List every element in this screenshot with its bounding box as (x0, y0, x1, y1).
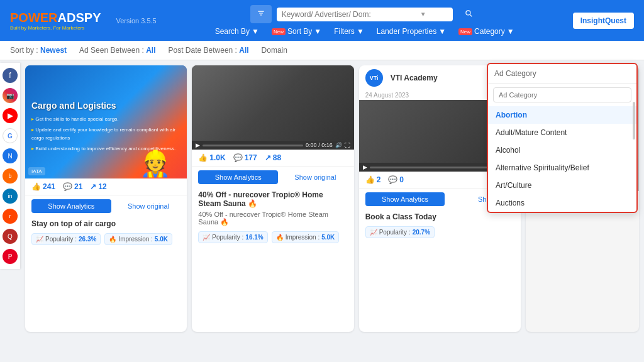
thumbs-up-icon: 👍 (365, 175, 375, 184)
sort-label: Sort by : Newest (10, 46, 67, 55)
logo-tagline: Built by Marketers, For Marketers (10, 25, 101, 31)
sub-header: Sort by : Newest Ad Seen Between : All P… (0, 41, 644, 60)
sidebar-icon-native[interactable]: N (3, 148, 18, 163)
cargo-actions: Show Analytics Show original (25, 195, 187, 217)
vti-likes: 👍 2 (365, 175, 381, 184)
logo: POWERADSPY (10, 11, 101, 25)
card-image-cargo: Cargo and Logistics Get the skills to ha… (25, 65, 187, 178)
sidebar-icon-instagram[interactable]: 📷 (3, 88, 18, 103)
cargo-analytics-button[interactable]: Show Analytics (31, 199, 111, 213)
fire-icon: 🔥 (109, 236, 116, 243)
nav-search-by[interactable]: Search By ▼ (215, 27, 259, 36)
search-button[interactable] (458, 5, 479, 23)
vti-comments: 💬 0 (388, 175, 404, 184)
sauna-popularity-pill: 📈 Popularity : 16.1% (198, 231, 267, 243)
worker-silhouette: 👷 (136, 103, 174, 178)
thumbs-up-icon: 👍 (31, 182, 41, 191)
nav-sort-by[interactable]: New Sort By ▼ (272, 27, 321, 36)
comment-icon: 💬 (63, 182, 72, 191)
sauna-shares: ↗ 88 (265, 153, 281, 162)
cargo-metrics: 📈 Popularity : 26.3% 🔥 Impression : 5.0K (25, 231, 187, 248)
sidebar-icon-bing[interactable]: b (3, 168, 18, 184)
search-bar: ▼ (277, 8, 453, 21)
insight-quest-button[interactable]: InsightQuest (573, 13, 634, 29)
dropdown-arrow: ▼ (420, 11, 426, 18)
trend-icon: 📈 (203, 234, 210, 241)
cargo-image-content: Cargo and Logistics Get the skills to ha… (25, 65, 187, 178)
nav-filters[interactable]: Filters ▼ (334, 27, 364, 36)
cargo-card-title: Stay on top of air cargo (25, 217, 187, 231)
sauna-comments: 💬 177 (233, 153, 257, 162)
comment-icon: 💬 (233, 153, 243, 162)
share-icon: ↗ (265, 153, 271, 162)
dropdown-item-abortion[interactable]: Abortion (488, 106, 636, 124)
ad-card-sauna: ▶ 0:00 / 0:16 🔊 ⛶ 👍 1.0K 💬 177 ↗ 88 Show… (192, 65, 353, 332)
iata-badge: IATA (28, 167, 45, 175)
sidebar-icon-pinterest[interactable]: P (3, 249, 18, 264)
fire-icon: 🔥 (276, 234, 284, 241)
sidebar-icon-youtube[interactable]: ▶ (3, 108, 18, 123)
domain-label: Domain (262, 46, 287, 55)
sauna-actions: Show Analytics Show original (192, 167, 353, 188)
header: POWERADSPY Built by Marketers, For Marke… (0, 0, 644, 41)
ad-category-dropdown: Ad Category Abortion Adult/Mature Conten… (487, 63, 638, 213)
sauna-analytics-button[interactable]: Show Analytics (198, 170, 278, 184)
ad-seen-value[interactable]: All (146, 46, 155, 55)
cargo-popularity-pill: 📈 Popularity : 26.3% (31, 233, 101, 245)
fullscreen-icon[interactable]: ⛶ (345, 142, 350, 148)
progress-bar[interactable] (203, 145, 303, 146)
header-top-row: ▼ (250, 5, 479, 23)
vti-metrics: 📈 Popularity : 20.7% (359, 224, 521, 241)
sidebar-icon-reddit[interactable]: r (3, 209, 18, 224)
cargo-comments: 💬 21 (63, 182, 82, 191)
share-icon: ↗ (90, 182, 96, 191)
progress-bar[interactable] (370, 167, 488, 168)
video-time: 0:00 / 0:16 (306, 142, 333, 148)
cargo-impression-pill: 🔥 Impression : 5.0K (104, 233, 172, 245)
dropdown-item-alternative[interactable]: Alternative Spirituality/Belief (488, 159, 636, 177)
sidebar-icon-quora[interactable]: Q (3, 229, 18, 244)
dropdown-item-auctions[interactable]: Auctions (488, 194, 636, 212)
cargo-likes: 👍 241 (31, 182, 55, 191)
sauna-original-button[interactable]: Show original (283, 170, 348, 184)
logo-area: POWERADSPY Built by Marketers, For Marke… (10, 11, 101, 31)
dropdown-search-input[interactable] (493, 87, 631, 102)
cargo-original-button[interactable]: Show original (116, 199, 181, 213)
post-date-label: Post Date Between : All (169, 46, 249, 55)
sidebar-icon-linkedin[interactable]: in (3, 189, 18, 204)
nav-category[interactable]: New Category ▼ (458, 27, 514, 36)
cargo-shares: ↗ 12 (90, 182, 106, 191)
sauna-likes: 👍 1.0K (198, 153, 225, 162)
cargo-stats: 👍 241 💬 21 ↗ 12 (25, 178, 187, 195)
sauna-video-thumb (192, 65, 353, 141)
trend-icon: 📈 (36, 236, 43, 243)
sauna-desc: 40% Off - nurecover Tropic® Home Steam S… (192, 211, 353, 229)
vti-analytics-button[interactable]: Show Analytics (365, 192, 445, 206)
header-center: ▼ Search By ▼ New Sort By ▼ Filters ▼ La… (167, 5, 563, 36)
vti-logo: VTi (365, 69, 383, 87)
ad-seen-label: Ad Seen Between : All (79, 46, 155, 55)
dropdown-item-adult[interactable]: Adult/Mature Content (488, 124, 636, 141)
sidebar-icon-facebook[interactable]: f (3, 68, 18, 83)
volume-icon[interactable]: 🔊 (335, 142, 342, 148)
dropdown-scrollbar[interactable] (633, 102, 635, 140)
filter-icon-button[interactable] (250, 5, 272, 23)
header-nav: Search By ▼ New Sort By ▼ Filters ▼ Land… (215, 27, 514, 36)
dropdown-item-art[interactable]: Art/Culture (488, 177, 636, 194)
thumbs-up-icon: 👍 (198, 153, 208, 162)
sauna-title: 40% Off - nurecover Tropic® Home Steam S… (192, 188, 353, 211)
dropdown-item-alcohol[interactable]: Alcohol (488, 141, 636, 159)
sort-value[interactable]: Newest (40, 46, 67, 55)
nav-lander-properties[interactable]: Lander Properties ▼ (377, 27, 446, 36)
dropdown-header: Ad Category (488, 64, 636, 84)
play-pause-icon[interactable]: ▶ (363, 164, 367, 170)
sidebar-icon-google[interactable]: G (3, 128, 18, 143)
sauna-impression-pill: 🔥 Impression : 5.0K (272, 231, 340, 243)
play-pause-icon[interactable]: ▶ (196, 142, 200, 148)
comment-icon: 💬 (388, 175, 397, 184)
version-text: Version 3.5.5 (116, 17, 156, 25)
vti-popularity-pill: 📈 Popularity : 20.7% (365, 226, 435, 238)
search-input[interactable] (282, 10, 420, 19)
logo-power: POWER (10, 11, 58, 25)
post-date-value[interactable]: All (239, 46, 248, 55)
